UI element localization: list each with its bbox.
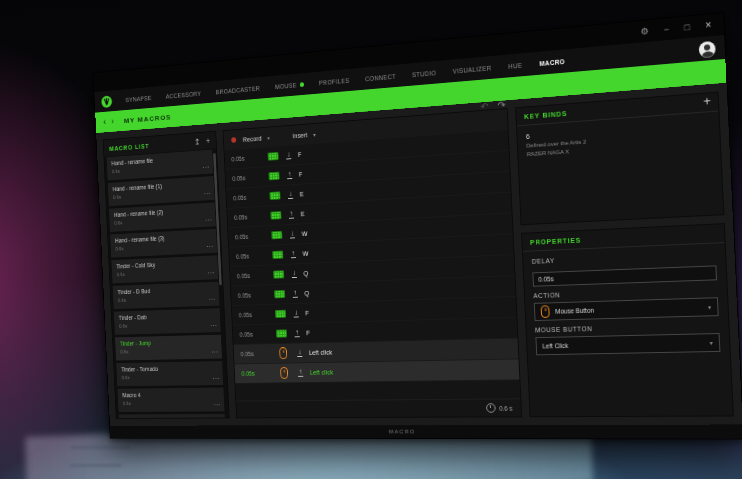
- keyboard-icon: [273, 270, 284, 278]
- event-label: W: [302, 250, 308, 257]
- event-delay: 0.05s: [236, 252, 273, 260]
- macro-list-item[interactable]: Tinder - D Bud 0.6s ⋯: [113, 282, 220, 309]
- macro-item-subtitle: 0.6s: [115, 244, 165, 252]
- event-delay: 0.05s: [231, 154, 268, 163]
- nav-tab[interactable]: MACRO: [530, 49, 574, 76]
- macro-list-title: MACRO LIST: [109, 143, 149, 152]
- macro-item-text: Hand - rename file 0.6s: [111, 157, 153, 177]
- mouse-up-icon: ↑: [298, 369, 303, 377]
- macro-list-item[interactable]: Hand - rename file (2) 0.6s ⋯: [109, 202, 216, 231]
- delay-input[interactable]: [532, 265, 717, 286]
- insert-button[interactable]: Insert: [292, 131, 307, 138]
- nav-tab[interactable]: VISUALIZER: [444, 55, 500, 82]
- page-title: MY MACROS: [124, 113, 172, 125]
- synapse-window-scene: ⚙ − □ × SYNAPSE ACCESSORY BRO: [0, 12, 742, 473]
- nav-tab[interactable]: ACCESSORY: [158, 82, 209, 107]
- nav-tab-label: BROADCASTER: [216, 85, 261, 95]
- nav-tab-label: STUDIO: [412, 69, 437, 78]
- macro-list: Hand - rename file 0.6s ⋯ Hand - rename …: [104, 148, 229, 418]
- add-macro-icon[interactable]: +: [206, 137, 211, 145]
- item-menu-icon[interactable]: ⋯: [209, 296, 216, 303]
- synapse-window: ⚙ − □ × SYNAPSE ACCESSORY BRO: [93, 12, 742, 440]
- macro-item-subtitle: 0.6s: [119, 323, 147, 329]
- chevron-down-icon[interactable]: ▾: [267, 134, 270, 140]
- nav-tab[interactable]: MOUSE: [267, 72, 312, 97]
- key-down-icon: ↓: [286, 151, 291, 159]
- action-select[interactable]: Mouse Button ▾: [534, 297, 719, 321]
- key-down-icon: ↓: [290, 230, 295, 238]
- macro-list-item[interactable]: Hand - rename file (3) 0.6s ⋯: [110, 229, 217, 258]
- event-label: E: [300, 191, 304, 198]
- chevron-down-icon: ▾: [708, 303, 711, 310]
- nav-tab[interactable]: PROFILES: [311, 68, 358, 94]
- event-label: F: [298, 151, 302, 158]
- item-menu-icon[interactable]: ⋯: [205, 217, 212, 224]
- event-label: Q: [304, 290, 309, 296]
- maximize-icon[interactable]: □: [684, 23, 690, 32]
- macro-list-item[interactable]: Tinder - Jump 0.6s ⋯: [115, 335, 222, 361]
- history-controls: ↶ ↷: [480, 101, 505, 112]
- key-down-icon: ↓: [293, 309, 298, 317]
- item-menu-icon[interactable]: ⋯: [204, 190, 211, 197]
- key-binds-card: + KEY BINDS 6 Defined over the Artis 2 R…: [515, 92, 724, 226]
- macro-list-item[interactable]: Macro 5 0.6s ⋯: [119, 414, 226, 418]
- nav-tab-label: MACRO: [539, 58, 565, 67]
- right-column: + KEY BINDS 6 Defined over the Artis 2 R…: [515, 92, 734, 418]
- macro-list-item[interactable]: Tinder - Tornado 0.6s ⋯: [116, 361, 223, 386]
- macro-item-text: Tinder - Jump 0.6s: [120, 340, 152, 358]
- minimize-icon[interactable]: −: [663, 25, 669, 34]
- item-menu-icon[interactable]: ⋯: [212, 375, 219, 382]
- import-icon[interactable]: ↥: [194, 138, 200, 146]
- item-menu-icon[interactable]: ⋯: [213, 402, 220, 409]
- close-icon[interactable]: ×: [705, 20, 711, 31]
- item-menu-icon[interactable]: ⋯: [207, 270, 214, 277]
- chevron-down-icon[interactable]: ▾: [313, 131, 316, 138]
- forward-arrow-icon[interactable]: ›: [111, 117, 114, 126]
- nav-tab[interactable]: HUE: [499, 53, 531, 79]
- item-menu-icon[interactable]: ⋯: [210, 322, 217, 329]
- keyboard-icon: [272, 251, 283, 260]
- macro-item-text: Tinder - Cold Sky 0.6s: [116, 262, 156, 281]
- item-menu-icon[interactable]: ⋯: [206, 243, 213, 250]
- item-menu-icon[interactable]: ⋯: [211, 349, 218, 356]
- macro-item-text: Hand - rename file (3) 0.6s: [115, 235, 165, 255]
- event-delay: 0.05s: [241, 370, 278, 377]
- undo-icon[interactable]: ↶: [480, 102, 488, 112]
- macro-item-text: Tinder - Tornado 0.6s: [121, 366, 159, 384]
- record-button[interactable]: Record: [243, 135, 262, 143]
- macro-event-row[interactable]: 0.05s ↑ Left click: [234, 359, 519, 383]
- chevron-down-icon: ▾: [709, 339, 712, 346]
- redo-icon[interactable]: ↷: [498, 101, 506, 111]
- settings-icon[interactable]: ⚙: [640, 27, 649, 37]
- macro-item-title: Hand - rename file (1): [113, 183, 163, 192]
- macro-list-item[interactable]: Macro 4 0.6s ⋯: [117, 388, 224, 412]
- macro-list-item[interactable]: Hand - rename file 0.6s ⋯: [107, 150, 214, 181]
- macro-item-title: Tinder - Dab: [119, 314, 147, 321]
- macro-list-item[interactable]: Tinder - Cold Sky 0.6s ⋯: [111, 255, 218, 283]
- event-delay: 0.05s: [240, 350, 277, 357]
- content-area: ↶ ↷ MACRO LIST ↥ + Hand: [96, 83, 742, 426]
- back-arrow-icon[interactable]: ‹: [103, 118, 106, 127]
- macro-item-subtitle: 0.6s: [117, 270, 156, 277]
- event-label: Q: [303, 270, 308, 276]
- macro-list-item[interactable]: Tinder - Dab 0.6s ⋯: [114, 308, 221, 335]
- mouse-icon: [279, 347, 287, 359]
- event-delay: 0.05s: [239, 331, 276, 338]
- nav-tab[interactable]: STUDIO: [403, 60, 445, 86]
- macro-list-item[interactable]: Hand - rename file (1) 0.6s ⋯: [108, 176, 215, 206]
- macro-item-subtitle: 0.6s: [118, 297, 151, 303]
- mouse-button-select[interactable]: Left Click ▾: [535, 333, 720, 355]
- key-up-icon: ↑: [291, 250, 296, 258]
- editor-footer: 0.6 s: [236, 398, 521, 417]
- add-keybind-icon[interactable]: +: [703, 95, 711, 107]
- macro-item-title: Tinder - Jump: [120, 340, 151, 347]
- nav-tab[interactable]: SYNAPSE: [118, 86, 159, 110]
- keyboard-icon: [274, 290, 285, 298]
- macro-item-subtitle: 0.6s: [120, 349, 151, 355]
- keyboard-icon: [267, 152, 278, 161]
- macro-item-subtitle: 0.6s: [114, 218, 163, 226]
- item-menu-icon[interactable]: ⋯: [202, 164, 209, 171]
- macro-item-title: Tinder - D Bud: [117, 288, 150, 295]
- nav-tab[interactable]: CONNECT: [357, 64, 405, 90]
- total-duration: 0.6 s: [499, 405, 512, 412]
